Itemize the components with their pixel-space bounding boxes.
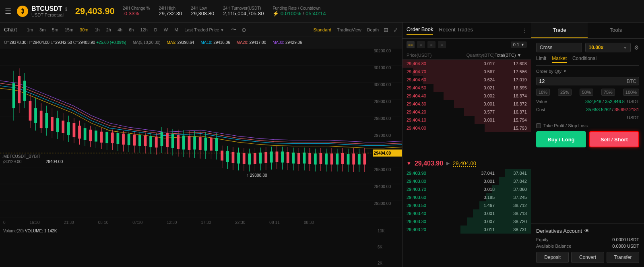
change-value: -0.33%	[123, 10, 150, 17]
svg-rect-96	[243, 153, 246, 164]
svg-rect-38	[84, 128, 87, 140]
ob-more-icon[interactable]: ⋮	[522, 28, 527, 33]
ob-bid-row[interactable]: 29,403.60 0.185 37.245	[402, 193, 531, 201]
ot-market[interactable]: Market	[552, 56, 567, 63]
svg-rect-16	[23, 81, 26, 101]
ob-bid-row[interactable]: 29,403.70 0.018 37.060	[402, 185, 531, 193]
tab-trade[interactable]: Trade	[531, 23, 588, 38]
qty-input[interactable]	[539, 78, 627, 84]
svg-rect-52	[122, 134, 125, 145]
ob-ask-row[interactable]: 29,404.10 0.001 15.794	[402, 116, 531, 124]
view-standard[interactable]: Standard	[313, 27, 331, 32]
svg-rect-104	[264, 152, 267, 163]
svg-rect-78	[193, 137, 196, 149]
ob-view-bids[interactable]: ≡	[427, 41, 436, 48]
tf-3m[interactable]: 3m	[37, 27, 47, 33]
ob-bid-row[interactable]: 29,403.50 1.467 38.712	[402, 201, 531, 209]
svg-rect-58	[138, 135, 141, 146]
order-by-label: Order by Qty ▼	[536, 69, 639, 74]
info-icon: ℹ	[65, 6, 67, 12]
main-layout: Chart 1m 3m 5m 15m 30m 1h 2h 4h 6h 12h D…	[0, 23, 644, 267]
ma5-indicator: MA5: 29398.64	[167, 40, 194, 45]
tab-recent-trades[interactable]: Recent Trades	[439, 27, 473, 34]
pct-50[interactable]: 50%	[580, 89, 593, 96]
view-depth[interactable]: Depth	[367, 27, 379, 32]
ob-bid-row[interactable]: 29,403.40 0.001 38.713	[402, 209, 531, 217]
tf-w[interactable]: W	[162, 27, 170, 33]
tf-1m[interactable]: 1m	[25, 27, 35, 33]
pct-75[interactable]: 75%	[601, 89, 615, 96]
ob-bid-row[interactable]: 29,403.30 0.007 38.720	[402, 217, 531, 226]
ob-view-asks[interactable]: ≡	[417, 41, 425, 48]
indicator-btn[interactable]: Last Traded Price ▼	[182, 27, 226, 33]
deposit-button[interactable]: Deposit	[536, 252, 569, 263]
tp-sl-row: Take Profit / Stop Loss	[536, 123, 639, 128]
expand-icon[interactable]: ⤢	[393, 27, 398, 33]
svg-rect-44	[100, 132, 103, 143]
volume-panel: Volume(20) VOLUME: 1 142K	[0, 227, 402, 267]
tp-sl-checkbox[interactable]	[536, 123, 541, 128]
tf-d[interactable]: D	[152, 27, 159, 33]
tf-12h[interactable]: 12h	[138, 27, 149, 33]
svg-rect-82	[204, 138, 207, 151]
svg-rect-124	[320, 153, 322, 164]
view-tradingview[interactable]: TradingView	[337, 27, 361, 32]
qty-input-row[interactable]: BTC	[536, 77, 639, 85]
pct-100[interactable]: 100%	[623, 89, 639, 96]
settings-chart-icon[interactable]: ⊙	[242, 27, 246, 33]
leverage-value-select[interactable]: 10.00x ▼	[585, 43, 631, 52]
ot-conditional[interactable]: Conditional	[572, 56, 597, 63]
turnover-value: 2,115,004,705.80	[223, 10, 264, 17]
tab-order-book[interactable]: Order Book	[407, 26, 433, 35]
ob-view-both[interactable]: ≡≡	[407, 41, 415, 48]
tf-2h[interactable]: 2h	[104, 27, 113, 33]
symbol-name: BTCUSDT	[31, 5, 62, 12]
orderbook-panel: Order Book Recent Trades ⋮ ≡≡ ≡ ≡ ≡ 0.1 …	[402, 23, 531, 267]
svg-rect-26	[51, 117, 54, 131]
stat-low: 24H Low 29,308.80	[191, 6, 214, 17]
ob-ask-row[interactable]: 29,404.40 0.002 16.374	[402, 92, 531, 100]
transfer-button[interactable]: Transfer	[607, 252, 639, 263]
sell-short-button[interactable]: Sell / Short	[589, 131, 639, 147]
pct-10[interactable]: 10%	[536, 89, 550, 96]
menu-icon[interactable]: ☰	[5, 7, 11, 16]
pct-25[interactable]: 25%	[558, 89, 572, 96]
leverage-type-select[interactable]: Cross	[536, 43, 582, 52]
tf-6h[interactable]: 6h	[127, 27, 136, 33]
grid-icon[interactable]: ⊞	[384, 27, 388, 33]
ob-ask-row[interactable]: 29,404.20 0.577 16.371	[402, 108, 531, 116]
ob-bid-row[interactable]: 29,403.90 37.041 37.041	[402, 169, 531, 177]
tf-5m[interactable]: 5m	[50, 27, 60, 33]
svg-rect-68	[166, 133, 169, 147]
tf-15m[interactable]: 15m	[63, 27, 75, 33]
ob-ask-row[interactable]: 29,404.60 0.624 17.019	[402, 76, 531, 84]
tf-1h[interactable]: 1h	[93, 27, 101, 33]
ob-ask-row[interactable]: 29,404.00 15.793	[402, 124, 531, 132]
ot-limit[interactable]: Limit	[536, 56, 546, 63]
convert-button[interactable]: Convert	[571, 252, 604, 263]
btc-logo: ₿	[17, 6, 28, 17]
trade-settings-icon[interactable]: ⚙	[634, 44, 639, 51]
ob-precision-select[interactable]: 0.1 ▼	[511, 41, 527, 48]
svg-rect-94	[237, 153, 240, 164]
ob-ask-row[interactable]: 29,404.80 0.017 17.603	[402, 60, 531, 68]
tf-4h[interactable]: 4h	[116, 27, 124, 33]
ob-bid-row[interactable]: 29,403.20 0.011 38.731	[402, 226, 531, 234]
line-chart-icon[interactable]: 〜	[231, 26, 237, 33]
pct-slider: 10% 25% 50% 75% 100%	[536, 89, 639, 96]
buy-sell-row: Buy / Long Sell / Short	[536, 131, 639, 147]
eye-icon: 👁	[584, 228, 590, 234]
ob-bid-row[interactable]: 29,403.80 0.001 37.042	[402, 177, 531, 185]
chart-area[interactable]: ↑ 29308.80 30200.00 30100.00 30000.00 29…	[0, 48, 402, 218]
tf-m[interactable]: M	[172, 27, 180, 33]
ob-ask-row[interactable]: 29,404.70 0.567 17.586	[402, 68, 531, 76]
ob-view-alt[interactable]: ≡	[438, 41, 446, 48]
ob-ask-row[interactable]: 29,404.50 0.021 16.395	[402, 84, 531, 92]
tf-30m[interactable]: 30m	[78, 27, 90, 33]
tab-tools[interactable]: Tools	[588, 23, 644, 38]
svg-text:29500.00: 29500.00	[374, 167, 391, 172]
lightning-icon: ⚡	[272, 10, 279, 17]
buy-long-button[interactable]: Buy / Long	[536, 131, 586, 147]
ob-ask-row[interactable]: 29,404.30 0.001 16.372	[402, 100, 531, 108]
svg-rect-70	[171, 134, 174, 148]
